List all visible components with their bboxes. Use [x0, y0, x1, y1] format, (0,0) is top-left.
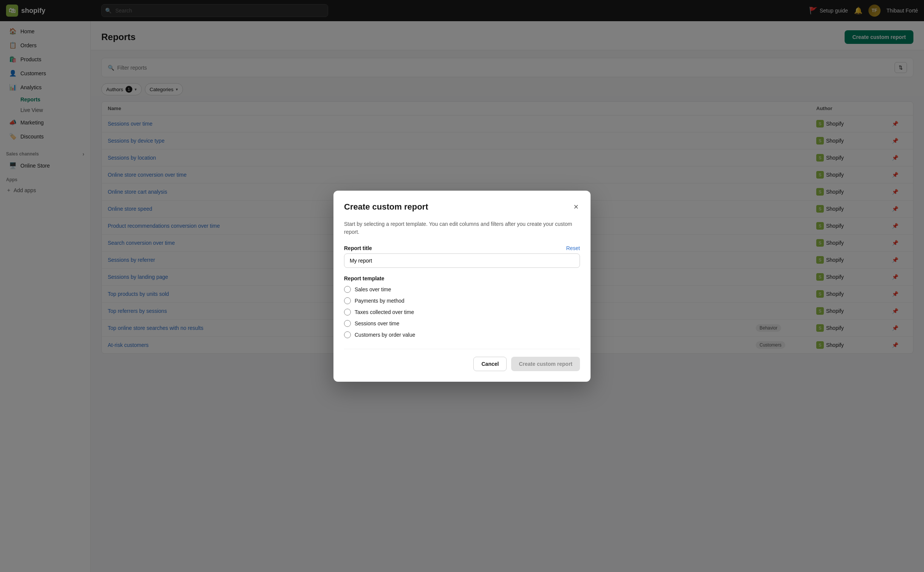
template-label-taxes-collected: Taxes collected over time	[355, 309, 414, 315]
template-option-sales-over-time[interactable]: Sales over time	[344, 286, 580, 293]
report-title-group: Report title Reset	[344, 245, 580, 268]
template-option-sessions-over-time[interactable]: Sessions over time	[344, 320, 580, 327]
template-option-taxes-collected[interactable]: Taxes collected over time	[344, 309, 580, 316]
reset-button[interactable]: Reset	[566, 245, 580, 251]
report-template-label: Report template	[344, 275, 580, 281]
template-label-sales-over-time: Sales over time	[355, 286, 391, 292]
template-radio-taxes-collected[interactable]	[344, 309, 351, 316]
form-label-row: Report title Reset	[344, 245, 580, 251]
modal-title: Create custom report	[344, 202, 428, 212]
modal: Create custom report × Start by selectin…	[333, 191, 591, 382]
modal-overlay[interactable]: Create custom report × Start by selectin…	[0, 0, 924, 572]
report-title-label: Report title	[344, 245, 372, 251]
modal-description: Start by selecting a report template. Yo…	[344, 220, 580, 236]
template-radio-sales-over-time[interactable]	[344, 286, 351, 293]
report-title-input[interactable]	[344, 253, 580, 268]
create-report-button[interactable]: Create custom report	[511, 357, 580, 371]
report-template-group: Report template Sales over time Payments…	[344, 275, 580, 338]
template-label-payments-by-method: Payments by method	[355, 298, 405, 304]
cancel-button[interactable]: Cancel	[473, 357, 507, 371]
template-label-customers-by-order-value: Customers by order value	[355, 332, 415, 338]
modal-footer: Cancel Create custom report	[344, 349, 580, 371]
template-radio-payments-by-method[interactable]	[344, 297, 351, 304]
template-option-customers-by-order-value[interactable]: Customers by order value	[344, 331, 580, 338]
template-radio-sessions-over-time[interactable]	[344, 320, 351, 327]
modal-close-button[interactable]: ×	[572, 201, 580, 213]
template-radio-list: Sales over time Payments by method Taxes…	[344, 286, 580, 338]
template-radio-customers-by-order-value[interactable]	[344, 331, 351, 338]
template-label-sessions-over-time: Sessions over time	[355, 320, 399, 326]
modal-header: Create custom report ×	[344, 201, 580, 213]
template-option-payments-by-method[interactable]: Payments by method	[344, 297, 580, 304]
